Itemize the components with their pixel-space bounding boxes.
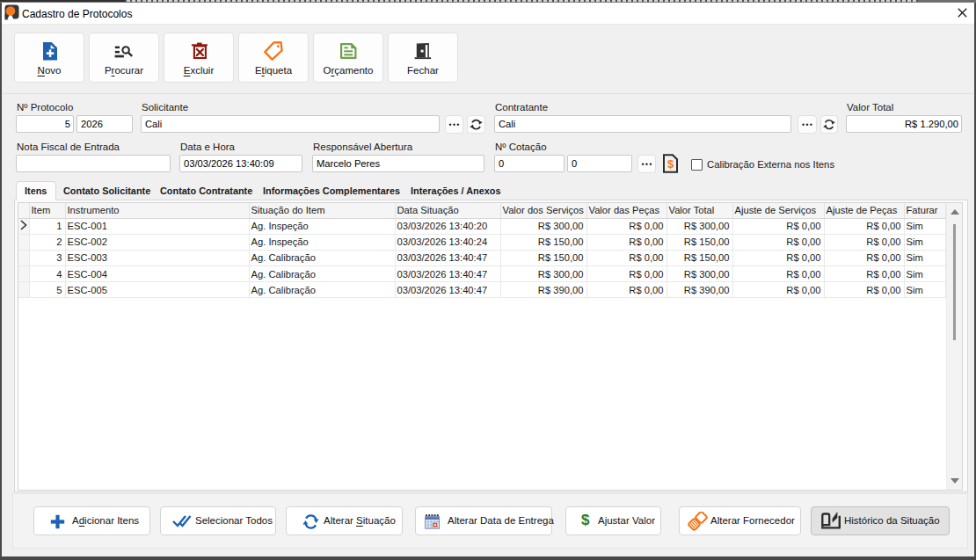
svg-text:$: $ xyxy=(667,157,674,171)
